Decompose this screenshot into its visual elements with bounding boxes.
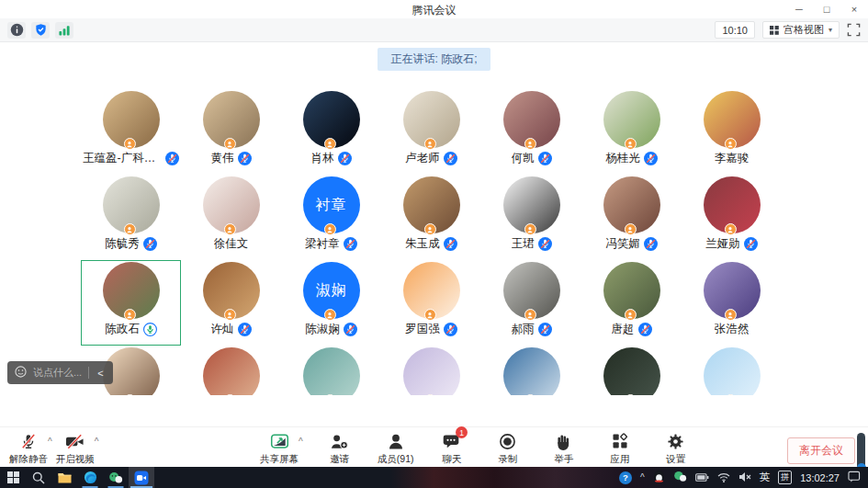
orange-person-badge [123,223,135,235]
emoji-smiley-icon[interactable] [15,365,27,381]
participant-tile[interactable] [381,346,481,395]
participant-tile[interactable]: 冯笑媚 [581,175,682,260]
scrollbar[interactable] [857,433,865,470]
participant-name: 陈政石 [105,322,140,337]
chat-unread-badge: 1 [456,426,468,438]
raise-hand-icon [555,431,572,451]
wechat-icon[interactable] [103,467,129,488]
participant-tile[interactable]: 黄伟 [181,89,281,175]
qq-icon[interactable] [653,469,665,486]
participant-tile[interactable] [181,346,281,395]
participant-tile[interactable]: 兰娅勋 [682,175,782,260]
start-button[interactable] [0,467,26,488]
share-options-chevron[interactable]: ^ [299,437,303,447]
unmute-button[interactable]: 解除静音 [7,431,50,466]
ime-language[interactable]: 英 [760,471,771,484]
participants-area: 正在讲话: 陈政石; 王蕴盈-广科大信... [0,42,868,426]
help-icon[interactable]: ? [619,471,632,484]
orange-person-badge [223,309,235,321]
participant-tile[interactable]: 徐佳文 [181,175,281,260]
avatar-initials: 淑娴 [316,281,347,301]
participant-tile[interactable]: 杨桂光 [581,89,682,175]
share-screen-icon [270,431,289,451]
participant-tile[interactable]: 朱玉成 [381,175,481,260]
close-button[interactable]: × [840,0,868,18]
avatar [203,347,260,395]
participant-tile[interactable] [481,346,581,395]
wechat-tray-icon[interactable] [673,470,687,486]
security-shield-icon[interactable] [31,22,50,39]
tencent-meeting-taskbar-icon[interactable] [129,467,154,488]
avatar [403,347,460,395]
taskbar-clock[interactable]: 13:02:27 [800,472,840,483]
mic-muted-icon [538,323,552,336]
collapse-chat-button[interactable]: < [96,368,105,379]
start-video-button[interactable]: 开启视频 [54,431,96,466]
orange-person-badge [724,138,736,150]
participant-tile[interactable]: 王珺 [481,175,581,260]
apps-button[interactable]: 应用 [599,431,641,466]
mic-muted-icon [238,152,252,165]
participant-tile[interactable]: 陈政石 [81,260,181,346]
maximize-button[interactable]: □ [813,0,840,18]
participant-tile[interactable] [581,346,682,395]
participant-name: 唐超 [612,322,635,337]
camera-off-icon [65,431,85,451]
tray-chevron-up-icon[interactable]: ^ [640,472,645,482]
meeting-topbar: 10:10 宫格视图 ▾ [0,18,868,42]
members-button[interactable]: 成员(91) [375,431,417,466]
orange-person-badge [524,309,535,321]
mic-muted-icon [165,152,179,165]
participant-tile[interactable] [281,346,381,395]
minimize-button[interactable]: ─ [785,0,813,18]
mic-muted-icon [444,237,457,251]
taskbar-search-icon[interactable] [26,467,51,488]
battery-icon[interactable] [695,470,709,486]
chat-button[interactable]: 1 聊天 [431,431,473,466]
participant-tile[interactable]: 肖林 [281,89,381,175]
file-explorer-icon[interactable] [51,467,77,488]
participant-name: 何凯 [512,151,535,166]
apps-icon [612,431,628,451]
share-screen-button[interactable]: 共享屏幕 [258,431,300,466]
chat-quick-widget[interactable]: 说点什么... < [7,361,113,384]
participant-name: 冯笑媚 [605,236,640,252]
edge-browser-icon[interactable] [77,467,103,488]
orange-person-badge [323,223,335,235]
participant-tile[interactable]: 卢老师 [381,89,481,175]
record-button[interactable]: 录制 [487,431,529,466]
participant-grid: 王蕴盈-广科大信... [81,89,782,395]
mic-muted-icon [444,152,457,165]
raise-hand-button[interactable]: 举手 [543,431,585,466]
ime-mode-icon[interactable]: 拼 [778,471,792,484]
view-mode-dropdown[interactable]: 宫格视图 ▾ [762,21,840,39]
participant-tile[interactable]: 唐超 [581,260,682,346]
wifi-icon[interactable] [717,470,730,486]
participant-tile[interactable]: 罗国强 [381,260,481,346]
participant-tile[interactable]: 王蕴盈-广科大信... [81,89,181,175]
participant-tile[interactable]: 衬章 梁衬章 [281,175,381,260]
settings-icon [667,431,684,451]
mic-options-chevron[interactable]: ^ [48,437,52,447]
divider [88,367,89,379]
participant-tile[interactable] [682,346,782,395]
settings-button[interactable]: 设置 [655,431,697,466]
leave-meeting-button[interactable]: 离开会议 [787,437,855,464]
participant-tile[interactable]: 张浩然 [682,260,782,346]
invite-button[interactable]: 邀请 [319,431,361,466]
action-center-icon[interactable] [848,470,861,486]
participant-tile[interactable]: 郝雨 [481,260,581,346]
participant-tile[interactable]: 陈毓秀 [81,175,181,260]
video-options-chevron[interactable]: ^ [95,437,99,447]
fullscreen-icon[interactable] [847,23,861,37]
participant-tile[interactable]: 淑娴 陈淑娴 [281,260,381,346]
network-signal-icon[interactable] [55,22,73,39]
mic-muted-icon [338,152,352,165]
orange-person-badge [223,223,235,235]
participant-tile[interactable]: 许灿 [181,260,281,346]
chat-input[interactable]: 说点什么... [33,366,82,380]
participant-tile[interactable]: 何凯 [481,89,581,175]
participant-tile[interactable]: 李嘉骏 [682,89,782,175]
info-icon[interactable] [7,22,26,39]
volume-muted-icon[interactable] [738,470,751,486]
